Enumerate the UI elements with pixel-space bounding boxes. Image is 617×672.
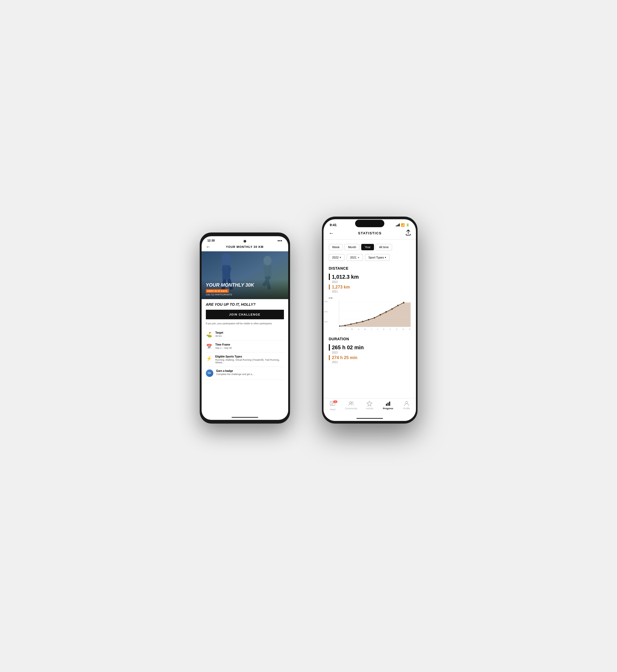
hero-participants: 139,712 PARTICIPANTS [206, 293, 284, 296]
svg-rect-48 [388, 403, 389, 406]
earn-badge-icon: 30K [206, 369, 213, 377]
target-value: 30 km [215, 335, 223, 337]
hero-title: YOUR MONTHLY 30K [206, 283, 284, 288]
svg-point-38 [397, 305, 398, 306]
android-status-icons: ●●● [277, 239, 282, 242]
tab-bar: 34 Feed Community [324, 398, 416, 416]
join-challenge-button[interactable]: JOIN CHALLENGE [206, 310, 284, 319]
hero-overlay: YOUR MONTHLY 30K ENDS IN 29 DAYS 139,712… [202, 280, 288, 299]
timeframe-label: Time Frame [215, 343, 232, 346]
svg-marker-46 [367, 401, 372, 406]
iphone-screen: 9:41 📶 🔋 ← STATISTICS [324, 219, 416, 421]
sports-value: Running, Walking, Virtual Running (Tread… [215, 359, 284, 364]
sport-chevron-icon: ▾ [385, 256, 386, 259]
distance-2022-value: 1,012.3 km [329, 274, 411, 280]
duration-2022-value: 265 h 02 min [329, 344, 411, 351]
wifi-icon: 📶 [401, 223, 405, 227]
detail-row-target: ⛳ Target 30 km [206, 329, 284, 341]
tab-profile-label: Profile [403, 407, 410, 410]
year-2022-filter[interactable]: 2022 ▾ [329, 254, 345, 261]
distance-section: DISTANCE 1,012.3 km 2022 1,273 km 2021 [329, 266, 411, 293]
timeframe-detail: Time Frame Sep 1 – Sep 30 [215, 343, 232, 349]
sports-detail: Eligible Sports Types Running, Walking, … [215, 355, 284, 364]
tab-week[interactable]: Week [329, 244, 343, 250]
tab-profile[interactable]: Profile [397, 400, 416, 411]
tab-feed-label: Feed [330, 408, 336, 411]
signal-icon [396, 224, 400, 226]
svg-point-30 [350, 324, 351, 325]
activity-icon [367, 400, 372, 406]
duration-primary: 265 h 02 min 2022 [329, 344, 411, 354]
android-status-bar: 12:30 ●●● [202, 236, 288, 243]
iphone-back-button[interactable]: ← [329, 230, 334, 236]
target-icon: ⛳ [206, 332, 212, 338]
android-page-title: YOUR MONTHLY 30 KM [226, 245, 263, 249]
svg-rect-47 [386, 404, 387, 406]
chart-y-axis: 1.500 1.000 500 [324, 300, 329, 330]
android-content: YOUR MONTHLY 30K ENDS IN 29 DAYS 139,712… [202, 251, 288, 414]
android-home-bar [202, 414, 288, 420]
duration-title: DURATION [329, 337, 411, 341]
scene: 12:30 ●●● ← YOUR MONTHLY 30 KM [194, 217, 423, 455]
badge-detail: Earn a badge Complete the challenge and … [216, 369, 254, 376]
period-tabs: Week Month Year All time [329, 244, 411, 250]
progress-icon [385, 400, 391, 406]
distance-2022-year: 2022 [329, 281, 411, 284]
tab-community-label: Community [345, 407, 357, 410]
challenge-question: ARE YOU UP TO IT, HOLLY? [206, 302, 284, 307]
sports-icon: ⚡ [206, 356, 212, 361]
tab-activity[interactable]: Activity [361, 400, 379, 411]
distance-title: DISTANCE [329, 266, 411, 271]
iphone-time: 9:41 [330, 223, 337, 227]
feed-badge: 34 [333, 400, 338, 403]
iphone-status-icons: 📶 🔋 [396, 223, 410, 227]
home-indicator-bar [357, 418, 383, 419]
challenge-body: ARE YOU UP TO IT, HOLLY? JOIN CHALLENGE … [202, 299, 288, 414]
detail-row-sports: ⚡ Eligible Sports Types Running, Walking… [206, 352, 284, 367]
svg-point-44 [349, 402, 351, 404]
year-2022-label: 2022 [332, 256, 339, 259]
tab-community[interactable]: Community [342, 400, 361, 411]
tab-activity-label: Activity [366, 407, 374, 410]
iphone-home-indicator [324, 416, 416, 421]
duration-2021-year: 2021 [329, 361, 411, 364]
svg-point-50 [406, 401, 408, 403]
sport-types-label: Sport Types [368, 256, 384, 259]
tab-month[interactable]: Month [345, 244, 360, 250]
duration-2021-value: 274 h 25 min [329, 355, 411, 360]
community-icon [348, 400, 354, 406]
tab-alltime[interactable]: All time [376, 244, 392, 250]
iphone-body: Week Month Year All time 2022 ▾ 2021 + [324, 240, 416, 398]
timeframe-value: Sep 1 – Sep 30 [215, 347, 232, 349]
duration-secondary: 274 h 25 min 2021 [329, 355, 411, 364]
svg-rect-49 [389, 401, 390, 406]
android-header: ← YOUR MONTHLY 30 KM [202, 243, 288, 251]
android-back-button[interactable]: ← [206, 244, 211, 250]
svg-point-35 [380, 314, 381, 315]
svg-point-39 [403, 302, 404, 304]
duration-section: DURATION 265 h 02 min 2022 274 h 25 min … [329, 337, 411, 364]
svg-point-33 [368, 319, 369, 320]
iphone-notch [355, 220, 384, 227]
sport-types-filter[interactable]: Sport Types ▾ [365, 254, 390, 261]
android-home-indicator [232, 417, 258, 418]
svg-point-29 [344, 325, 346, 326]
distance-2021-value: 1,273 km [329, 285, 411, 290]
iphone-nav-bar: ← STATISTICS [324, 228, 416, 240]
tab-progress[interactable]: Progress [379, 400, 397, 411]
iphone: 9:41 📶 🔋 ← STATISTICS [322, 217, 418, 423]
tab-year[interactable]: Year [361, 244, 374, 250]
battery-icon: 🔋 [406, 223, 410, 227]
chart-x-labels: J F M A M J J A S O N D [339, 327, 411, 330]
challenge-hero: YOUR MONTHLY 30K ENDS IN 29 DAYS 139,712… [202, 251, 288, 299]
android-time: 12:30 [207, 239, 215, 242]
detail-row-timeframe: 📅 Time Frame Sep 1 – Sep 30 [206, 341, 284, 352]
iphone-share-button[interactable] [406, 230, 411, 237]
distance-2021-year: 2021 [329, 290, 411, 293]
svg-point-32 [362, 321, 363, 322]
iphone-page-title: STATISTICS [358, 231, 382, 235]
svg-point-34 [374, 317, 375, 319]
svg-point-37 [391, 308, 393, 309]
year-2021-filter[interactable]: 2021 + [347, 254, 363, 261]
tab-feed[interactable]: 34 Feed [324, 400, 342, 411]
